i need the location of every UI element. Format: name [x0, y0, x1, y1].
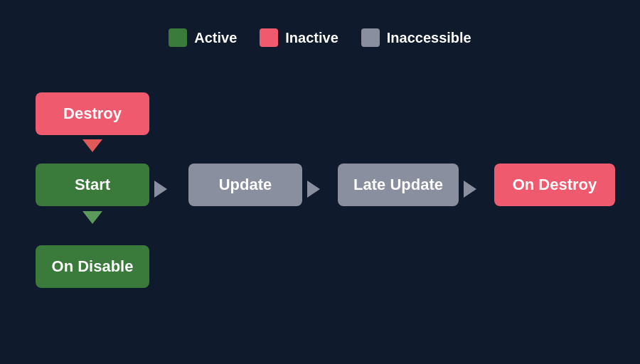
inaccessible-color-box	[361, 28, 380, 47]
active-color-box	[169, 28, 187, 47]
active-label: Active	[194, 30, 237, 46]
arrow-start-to-ondisable	[82, 211, 102, 224]
late-update-node[interactable]: Late Update	[338, 164, 459, 206]
on-disable-node[interactable]: On Disable	[36, 245, 149, 288]
late-update-label: Late Update	[353, 176, 443, 194]
legend-item-inactive: Inactive	[260, 28, 338, 47]
start-label: Start	[75, 176, 110, 194]
arrow-update-to-lateupdate	[307, 181, 320, 198]
arrow-start-to-update	[154, 181, 167, 198]
inactive-color-box	[260, 28, 278, 47]
destroy-node[interactable]: Destroy	[36, 92, 149, 135]
on-destroy-label: On Destroy	[513, 176, 597, 194]
legend: Active Inactive Inaccessible	[0, 0, 640, 47]
legend-item-active: Active	[169, 28, 237, 47]
arrow-lateupdate-to-ondestroy	[464, 181, 476, 198]
update-node[interactable]: Update	[188, 164, 302, 206]
start-node[interactable]: Start	[36, 164, 149, 206]
legend-item-inaccessible: Inaccessible	[361, 28, 471, 47]
inactive-label: Inactive	[285, 30, 338, 46]
arrow-destroy-to-start	[82, 139, 102, 152]
on-disable-label: On Disable	[52, 257, 134, 276]
inaccessible-label: Inaccessible	[387, 30, 471, 46]
on-destroy-node[interactable]: On Destroy	[494, 164, 615, 206]
update-label: Update	[219, 176, 272, 194]
destroy-label: Destroy	[63, 105, 122, 123]
